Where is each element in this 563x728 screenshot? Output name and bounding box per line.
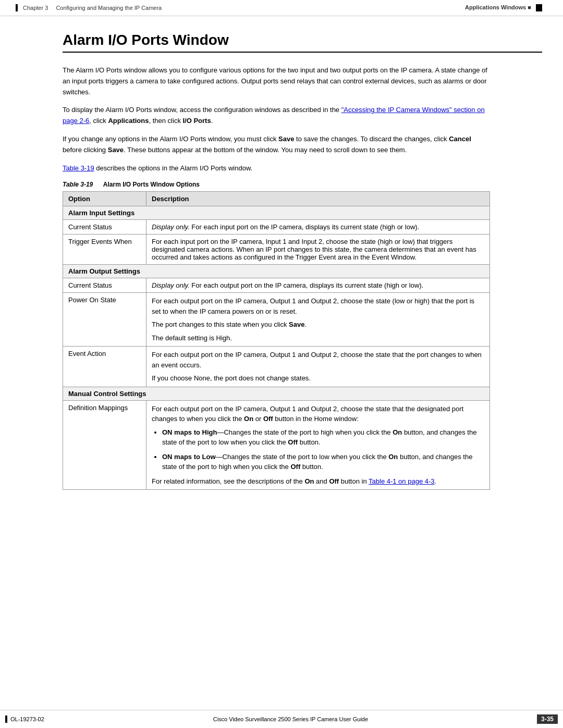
footer-left: OL-19273-02: [5, 715, 44, 723]
chapter-text: Configuring and Managing the IP Camera: [56, 5, 162, 11]
row-power-on-state: Power On State For each output port on t…: [63, 293, 490, 347]
option-event-action: Event Action: [63, 347, 146, 387]
desc-definition-mappings: For each output port on the IP camera, O…: [146, 400, 490, 490]
list-item-on-low: ON maps to Low—Changes the state of the …: [162, 452, 484, 472]
col-option-header: Option: [63, 192, 146, 206]
footer-doc-id: OL-19273-02: [10, 716, 44, 722]
options-table: Option Description Alarm Input Settings …: [63, 191, 490, 490]
p2-suffix: , click: [89, 117, 108, 125]
option-definition-mappings: Definition Mappings: [63, 400, 146, 490]
desc-current-status-output: Display only. For each output port on th…: [146, 278, 490, 293]
desc-power-on-state: For each output port on the IP camera, O…: [146, 293, 490, 347]
page-header: Chapter 3 Configuring and Managing the I…: [0, 0, 563, 16]
footer-right: 3-35: [537, 714, 558, 724]
option-current-status-output: Current Status: [63, 278, 146, 293]
section-alarm-output: Alarm Output Settings: [63, 265, 490, 278]
section-alarm-input-label: Alarm Input Settings: [63, 206, 490, 220]
section-alarm-input: Alarm Input Settings: [63, 206, 490, 220]
main-content: Alarm I/O Ports Window The Alarm I/O Por…: [0, 16, 563, 532]
table-caption: Table 3-19 Alarm I/O Ports Window Option…: [63, 181, 542, 188]
p2-end: .: [211, 117, 213, 125]
paragraph-2: To display the Alarm I/O Ports window, a…: [63, 105, 490, 127]
p2-comma: , then click: [149, 117, 182, 125]
page-number: 3-35: [537, 714, 558, 724]
row-event-action: Event Action For each output port on the…: [63, 347, 490, 387]
page-title: Alarm I/O Ports Window: [63, 32, 542, 53]
list-item-on-high: ON maps to High—Changes the state of the…: [162, 427, 484, 448]
p2-prefix: To display the Alarm I/O Ports window, a…: [63, 106, 341, 114]
page-footer: OL-19273-02 Cisco Video Surveillance 250…: [0, 710, 563, 728]
table-caption-title: Alarm I/O Ports Window Options: [103, 181, 200, 188]
p2-bold1: Applications: [108, 117, 149, 125]
table41-link[interactable]: Table 4-1 on page 4-3: [369, 477, 434, 485]
table-ref-link[interactable]: Table 3-19: [63, 164, 94, 172]
footer-center: Cisco Video Surveillance 2500 Series IP …: [213, 716, 368, 722]
section-manual-control: Manual Control Settings: [63, 387, 490, 400]
table-label: Table 3-19: [63, 181, 93, 188]
row-definition-mappings: Definition Mappings For each output port…: [63, 400, 490, 490]
col-desc-header: Description: [146, 192, 490, 206]
desc-trigger-events: For each input port on the IP camera, In…: [146, 235, 490, 265]
p4-suffix: describes the options in the Alarm I/O P…: [94, 164, 252, 172]
row-current-status-output: Current Status Display only. For each ou…: [63, 278, 490, 293]
row-current-status-input: Current Status Display only. For each in…: [63, 220, 490, 235]
desc-current-status-input: Display only. For each input port on the…: [146, 220, 490, 235]
section-manual-control-label: Manual Control Settings: [63, 387, 490, 400]
option-trigger-events: Trigger Events When: [63, 235, 146, 265]
option-current-status-input: Current Status: [63, 220, 146, 235]
section-alarm-output-label: Alarm Output Settings: [63, 265, 490, 278]
section-label: Applications Windows: [465, 4, 526, 10]
section-info: Applications Windows ■: [465, 4, 542, 11]
paragraph-4: Table 3-19 describes the options in the …: [63, 163, 490, 174]
p2-bold2: I/O Ports: [183, 117, 211, 125]
desc-event-action: For each output port on the IP camera, O…: [146, 347, 490, 387]
paragraph-3: If you change any options in the Alarm I…: [63, 134, 490, 156]
row-trigger-events: Trigger Events When For each input port …: [63, 235, 490, 265]
option-power-on-state: Power On State: [63, 293, 146, 347]
paragraph-1: The Alarm I/O Ports window allows you to…: [63, 65, 490, 97]
chapter-label: Chapter 3: [23, 5, 48, 11]
chapter-info: Chapter 3 Configuring and Managing the I…: [16, 4, 162, 11]
